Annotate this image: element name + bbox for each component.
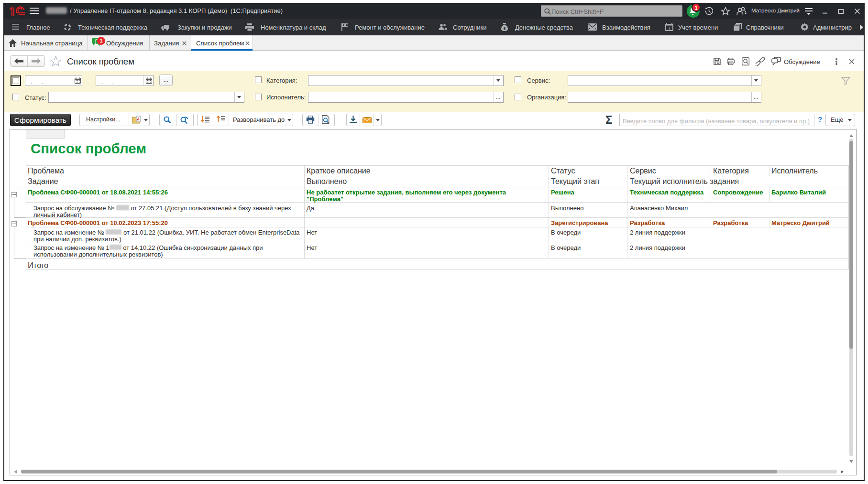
svg-text:7: 7 [668,26,670,31]
svg-text:s: s [503,26,505,31]
